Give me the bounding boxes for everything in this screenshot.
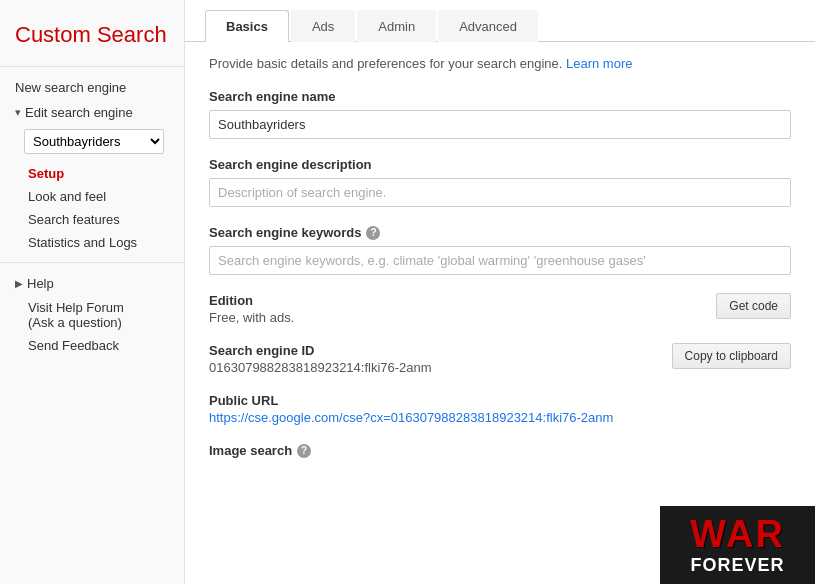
help-arrow-icon: ▶ [15,278,23,289]
sidebar-item-help[interactable]: ▶ Help [0,271,184,296]
sidebar-item-edit-engine[interactable]: ▾ Edit search engine [0,100,184,125]
engine-name-input[interactable] [209,110,791,139]
sidebar-item-stats-logs[interactable]: Statistics and Logs [0,231,184,254]
image-search-section: Image search ? [209,443,791,458]
public-url-section: Public URL https://cse.google.com/cse?cx… [209,393,791,425]
edition-label: Edition [209,293,294,308]
keywords-help-icon[interactable]: ? [366,226,380,240]
sidebar-item-look-feel[interactable]: Look and feel [0,185,184,208]
watermark: WAR FOREVER [660,506,815,584]
expand-arrow-icon: ▾ [15,106,21,119]
public-url-info: Public URL https://cse.google.com/cse?cx… [209,393,613,425]
engine-name-section: Search engine name [209,89,791,139]
tabs-container: Basics Ads Admin Advanced [185,10,815,42]
watermark-forever: FOREVER [690,555,784,576]
tab-admin[interactable]: Admin [357,10,436,42]
learn-more-link[interactable]: Learn more [566,56,632,71]
tab-basics[interactable]: Basics [205,10,289,42]
watermark-war: WAR [690,515,785,553]
engine-keywords-input[interactable] [209,246,791,275]
sidebar-item-new-engine[interactable]: New search engine [0,75,184,100]
tab-advanced[interactable]: Advanced [438,10,538,42]
engine-id-info: Search engine ID 016307988283818923214:f… [209,343,432,375]
help-section: ▶ Help Visit Help Forum (Ask a question)… [0,271,184,357]
engine-selector[interactable]: Southbayriders [24,129,164,154]
sidebar-item-visit-help[interactable]: Visit Help Forum (Ask a question) [0,296,184,334]
public-url-label: Public URL [209,393,613,408]
engine-keywords-section: Search engine keywords ? [209,225,791,275]
engine-selector-wrap: Southbayriders [0,125,184,162]
subtitle-text: Provide basic details and preferences fo… [209,56,791,71]
image-search-help-icon[interactable]: ? [297,444,311,458]
tab-ads[interactable]: Ads [291,10,355,42]
sidebar-item-search-features[interactable]: Search features [0,208,184,231]
public-url-link[interactable]: https://cse.google.com/cse?cx=0163079882… [209,410,613,425]
public-url-value: https://cse.google.com/cse?cx=0163079882… [209,410,613,425]
edition-value: Free, with ads. [209,310,294,325]
engine-keywords-label: Search engine keywords ? [209,225,791,240]
sidebar-item-setup[interactable]: Setup [0,162,184,185]
app-title: Custom Search [0,10,184,67]
engine-name-label: Search engine name [209,89,791,104]
engine-id-section: Search engine ID 016307988283818923214:f… [209,343,791,375]
engine-id-label: Search engine ID [209,343,432,358]
edition-section: Edition Free, with ads. Get code [209,293,791,325]
engine-desc-input[interactable] [209,178,791,207]
engine-desc-section: Search engine description [209,157,791,207]
sidebar: Custom Search New search engine ▾ Edit s… [0,0,185,584]
edition-info: Edition Free, with ads. [209,293,294,325]
image-search-label: Image search ? [209,443,791,458]
engine-desc-label: Search engine description [209,157,791,172]
get-code-button[interactable]: Get code [716,293,791,319]
engine-id-value: 016307988283818923214:flki76-2anm [209,360,432,375]
content-area: Provide basic details and preferences fo… [185,42,815,496]
sidebar-item-send-feedback[interactable]: Send Feedback [0,334,184,357]
main-content: Basics Ads Admin Advanced Provide basic … [185,0,815,584]
copy-to-clipboard-button[interactable]: Copy to clipboard [672,343,791,369]
